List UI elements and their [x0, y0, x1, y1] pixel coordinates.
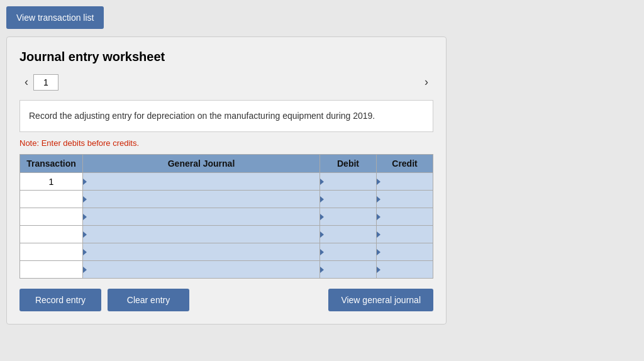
buttons-row: Record entry Clear entry View general jo… [19, 289, 433, 311]
worksheet-container: Journal entry worksheet ‹ 1 › Record the… [6, 36, 447, 325]
debit-input[interactable] [320, 208, 376, 225]
worksheet-title: Journal entry worksheet [19, 50, 433, 64]
debit-cell[interactable] [320, 208, 377, 226]
transaction-cell [20, 226, 83, 243]
col-header-transaction: Transaction [20, 155, 83, 173]
journal-table: Transaction General Journal Debit Credit… [19, 154, 433, 279]
credit-cell[interactable] [377, 191, 433, 208]
general-journal-input[interactable] [83, 208, 319, 225]
general-journal-input[interactable] [83, 173, 319, 190]
transaction-cell [20, 191, 83, 208]
record-entry-button[interactable]: Record entry [19, 289, 101, 311]
next-arrow-button[interactable]: › [419, 73, 433, 91]
general-journal-input[interactable] [83, 243, 319, 260]
general-journal-cell[interactable] [83, 261, 320, 279]
debit-cell[interactable] [320, 191, 377, 208]
debit-cell[interactable] [320, 261, 377, 279]
credit-input[interactable] [377, 191, 433, 208]
top-bar: View transaction list [6, 6, 638, 29]
table-row [20, 261, 433, 279]
debit-cell[interactable] [320, 173, 377, 191]
table-row [20, 208, 433, 226]
table-row [20, 243, 433, 261]
right-arrow-wrap: › [58, 73, 433, 91]
transaction-cell [20, 261, 83, 279]
credit-cell[interactable] [377, 226, 433, 243]
col-header-general-journal: General Journal [83, 155, 320, 173]
prev-arrow-button[interactable]: ‹ [19, 73, 33, 91]
general-journal-input[interactable] [83, 261, 319, 278]
nav-row: ‹ 1 › [19, 73, 433, 91]
general-journal-cell[interactable] [83, 226, 320, 243]
general-journal-cell[interactable] [83, 191, 320, 208]
general-journal-cell[interactable] [83, 208, 320, 226]
general-journal-input[interactable] [83, 191, 319, 208]
credit-input[interactable] [377, 173, 433, 190]
transaction-cell: 1 [20, 173, 83, 191]
debit-input[interactable] [320, 173, 376, 190]
view-general-journal-button[interactable]: View general journal [328, 289, 433, 311]
table-row [20, 226, 433, 243]
table-row [20, 191, 433, 208]
debit-cell[interactable] [320, 243, 377, 261]
credit-input[interactable] [377, 226, 433, 243]
col-header-debit: Debit [320, 155, 377, 173]
credit-cell[interactable] [377, 261, 433, 279]
clear-entry-button[interactable]: Clear entry [108, 289, 189, 311]
transaction-cell [20, 208, 83, 226]
debit-input[interactable] [320, 191, 376, 208]
credit-cell[interactable] [377, 243, 433, 261]
debit-cell[interactable] [320, 226, 377, 243]
instruction-box: Record the adjusting entry for depreciat… [19, 100, 433, 132]
table-row: 1 [20, 173, 433, 191]
general-journal-cell[interactable] [83, 243, 320, 261]
col-header-credit: Credit [377, 155, 433, 173]
credit-input[interactable] [377, 243, 433, 260]
note-text: Note: Enter debits before credits. [19, 138, 433, 148]
transaction-cell [20, 243, 83, 261]
credit-input[interactable] [377, 261, 433, 278]
general-journal-cell[interactable] [83, 173, 320, 191]
general-journal-input[interactable] [83, 226, 319, 243]
credit-input[interactable] [377, 208, 433, 225]
page-number: 1 [33, 74, 58, 91]
credit-cell[interactable] [377, 173, 433, 191]
debit-input[interactable] [320, 226, 376, 243]
debit-input[interactable] [320, 243, 376, 260]
credit-cell[interactable] [377, 208, 433, 226]
debit-input[interactable] [320, 261, 376, 278]
view-transaction-button[interactable]: View transaction list [6, 6, 104, 29]
